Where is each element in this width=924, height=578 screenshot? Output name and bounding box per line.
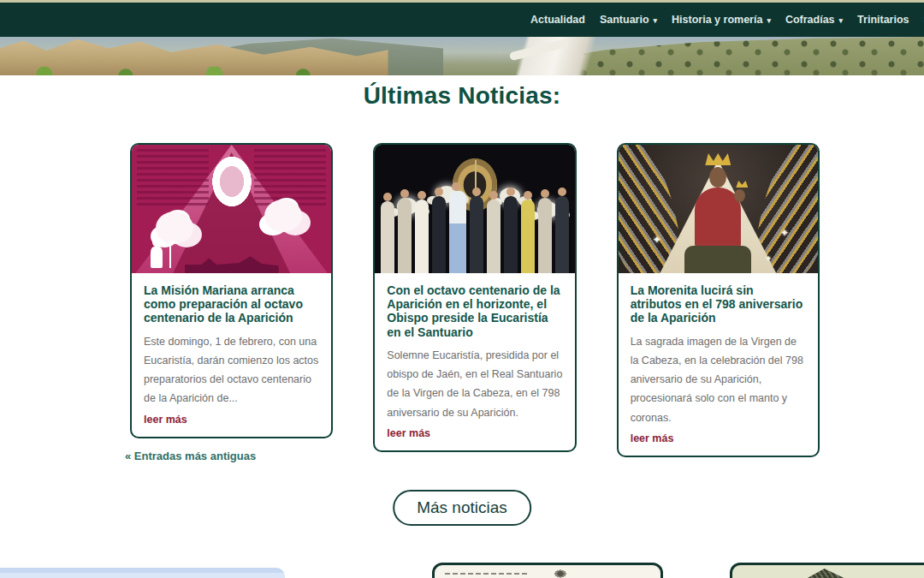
nav-item-trinitarios[interactable]: Trinitarios bbox=[857, 14, 909, 26]
news-image-mision-mariana[interactable] bbox=[132, 145, 331, 273]
news-card-body: Con el octavo centenario de la Aparición… bbox=[375, 273, 574, 450]
virgin-crown-shape bbox=[705, 153, 731, 165]
bottom-card-engraving[interactable] bbox=[730, 563, 924, 578]
read-more-link[interactable]: leer más bbox=[631, 432, 674, 444]
flower-cluster-shape bbox=[156, 212, 193, 244]
news-title[interactable]: La Morenita lucirá sin atributos en el 7… bbox=[631, 283, 806, 325]
bottom-card-old-document[interactable] bbox=[432, 563, 663, 578]
nav-item-label: Historia y romería bbox=[672, 14, 762, 26]
person-silhouette bbox=[398, 198, 412, 273]
virgin-halo-shape bbox=[207, 150, 257, 213]
bishop-silhouette bbox=[449, 191, 466, 273]
crosier-shape bbox=[169, 241, 178, 268]
person-silhouette bbox=[521, 200, 535, 273]
news-image-eucaristia[interactable] bbox=[375, 145, 574, 273]
person-silhouette bbox=[415, 200, 429, 273]
trees-shape bbox=[0, 67, 370, 75]
read-more-link[interactable]: leer más bbox=[144, 414, 187, 426]
chevron-down-icon: ▾ bbox=[654, 17, 658, 25]
document-seal-shape bbox=[553, 569, 568, 578]
virgin-skirt-shape bbox=[684, 246, 751, 273]
poster-text-column bbox=[137, 149, 209, 206]
nav-item-santuario[interactable]: Santuario ▾ bbox=[600, 14, 657, 26]
page: Actualidad Santuario ▾ Historia y romerí… bbox=[0, 0, 924, 578]
bottom-widget-blue bbox=[0, 568, 285, 578]
person-silhouette bbox=[555, 196, 569, 273]
news-card: La Misión Mariana arranca como preparaci… bbox=[130, 143, 333, 438]
hero-image-strip bbox=[0, 37, 924, 75]
nav-item-label: Trinitarios bbox=[857, 14, 909, 26]
nav-item-actualidad[interactable]: Actualidad bbox=[530, 14, 585, 26]
chevron-down-icon: ▾ bbox=[839, 17, 844, 25]
chevron-down-icon: ▾ bbox=[767, 17, 771, 25]
nav-item-cofradias[interactable]: Cofradías ▾ bbox=[785, 14, 843, 26]
poster-text-column bbox=[254, 149, 326, 206]
news-title[interactable]: La Misión Mariana arranca como preparaci… bbox=[144, 283, 319, 325]
person-silhouette bbox=[538, 198, 552, 273]
more-news-button[interactable]: Más noticias bbox=[393, 490, 531, 526]
news-excerpt: Este domingo, 1 de febrero, con una Euca… bbox=[144, 332, 319, 408]
news-image-morenita[interactable]: ✦ ✦ ✦ bbox=[619, 145, 818, 273]
nav-item-label: Actualidad bbox=[530, 14, 585, 26]
news-card-body: La Misión Mariana arranca como preparaci… bbox=[132, 273, 331, 437]
person-silhouette bbox=[432, 196, 446, 273]
read-more-link[interactable]: leer más bbox=[387, 427, 430, 439]
flower-cluster-shape bbox=[264, 200, 302, 232]
person-silhouette bbox=[504, 196, 518, 273]
older-entries-link[interactable]: « Entradas más antiguas bbox=[125, 450, 256, 462]
news-title[interactable]: Con el octavo centenario de la Aparición… bbox=[387, 283, 562, 339]
main-navbar: Actualidad Santuario ▾ Historia y romerí… bbox=[0, 3, 924, 37]
star-icon: ✦ bbox=[653, 234, 661, 246]
person-silhouette bbox=[487, 200, 500, 273]
person-silhouette bbox=[381, 201, 394, 273]
news-excerpt: La sagrada imagen de la Virgen de la Cab… bbox=[631, 332, 806, 427]
virgin-face-shape bbox=[709, 167, 726, 188]
news-card: ✦ ✦ ✦ La Morenita lucirá sin atributos e… bbox=[617, 143, 820, 457]
person-silhouette bbox=[470, 196, 483, 273]
news-card: Con el octavo centenario de la Aparición… bbox=[373, 143, 576, 452]
latest-news-heading: Últimas Noticias: bbox=[0, 82, 924, 110]
child-crown-shape bbox=[736, 181, 748, 188]
nav-item-label: Santuario bbox=[600, 14, 649, 26]
news-cards-row: La Misión Mariana arranca como preparaci… bbox=[130, 143, 820, 457]
pilgrim-silhouette bbox=[151, 246, 163, 268]
nav-item-label: Cofradías bbox=[785, 14, 835, 26]
news-card-body: La Morenita lucirá sin atributos en el 7… bbox=[619, 273, 818, 456]
child-face-shape bbox=[734, 189, 745, 202]
engraving-roof-shape bbox=[763, 569, 874, 578]
white-monument-shape bbox=[459, 37, 678, 75]
primary-nav: Actualidad Santuario ▾ Historia y romerí… bbox=[530, 3, 924, 37]
people-group-shapes bbox=[375, 191, 574, 273]
star-icon: ✦ bbox=[765, 254, 772, 263]
nav-item-historia-y-romeria[interactable]: Historia y romería ▾ bbox=[672, 14, 771, 26]
document-caption-line bbox=[445, 573, 529, 575]
star-icon: ✦ bbox=[780, 227, 789, 239]
news-excerpt: Solemne Eucaristía, presidida por el obi… bbox=[387, 346, 562, 422]
